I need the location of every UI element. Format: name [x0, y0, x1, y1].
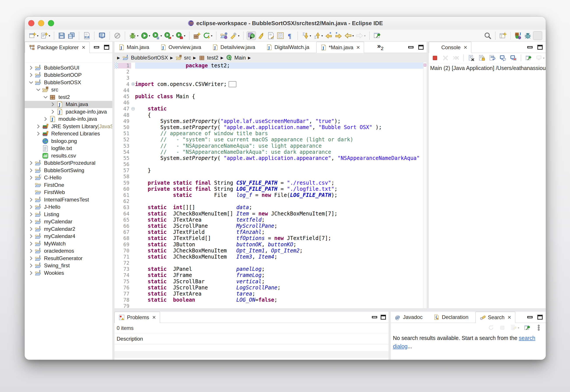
- code-line[interactable]: 3: [115, 75, 427, 81]
- tree-item[interactable]: FirstWeb: [25, 189, 112, 196]
- chevron-right-icon[interactable]: [27, 211, 35, 217]
- dropdown-arrow-icon[interactable]: ▾: [211, 34, 213, 37]
- code-line[interactable]: 67 static JTextField tfAnzahl;: [115, 229, 427, 235]
- tree-item[interactable]: J BubbleSortGUI: [25, 64, 112, 71]
- tree-item[interactable]: J myCalendar2: [25, 225, 112, 233]
- expand-chevron-icon[interactable]: [27, 182, 35, 188]
- code-line[interactable]: 71 static JCheckBoxMenuItem Item3, Item4…: [115, 254, 427, 260]
- fold-toggle-icon[interactable]: [131, 273, 135, 277]
- toolbar-button[interactable]: J ▾: [514, 31, 523, 40]
- fold-toggle-icon[interactable]: [131, 88, 135, 93]
- breadcrumb-item[interactable]: test2 ▶: [199, 55, 223, 61]
- code-line[interactable]: 72: [115, 260, 427, 266]
- tree-item[interactable]: J oracledemos: [25, 247, 112, 255]
- toolbar-button[interactable]: ▾: [193, 31, 201, 40]
- fold-toggle-icon[interactable]: [131, 144, 135, 148]
- code-line[interactable]: 69 static JButton buttonOK, buttonKO;: [115, 241, 427, 247]
- toolbar-button[interactable]: ▾: [229, 31, 240, 40]
- tree-item[interactable]: J MyWatch: [25, 240, 112, 247]
- tree-item[interactable]: J myCalendar4: [25, 233, 112, 240]
- code-line[interactable]: 60 private static final String LOG_FILE_…: [115, 186, 427, 192]
- view-action-button[interactable]: [83, 55, 90, 61]
- fold-toggle-icon[interactable]: [131, 193, 135, 197]
- code-line[interactable]: 77 static JTextArea tarea;: [115, 291, 427, 297]
- tree-item[interactable]: J InternalFramesTest: [25, 196, 112, 203]
- fold-toggle-icon[interactable]: [131, 298, 135, 302]
- toolbar-button[interactable]: ▾: [202, 31, 213, 40]
- fold-toggle-icon[interactable]: [131, 292, 135, 296]
- chevron-right-icon[interactable]: [27, 241, 35, 247]
- toolbar-button[interactable]: ▾: [276, 31, 285, 40]
- toolbar-button[interactable]: ▾: [297, 32, 298, 40]
- fold-toggle-icon[interactable]: [131, 279, 135, 284]
- toolbar-button[interactable]: ▾: [189, 32, 190, 40]
- console-action-button[interactable]: ▾: [521, 55, 521, 61]
- dropdown-arrow-icon[interactable]: ▾: [238, 34, 239, 37]
- fold-toggle-icon[interactable]: [131, 242, 135, 247]
- dropdown-arrow-icon[interactable]: ▾: [172, 34, 174, 37]
- breadcrumb-item[interactable]: J BubbleSortOSX ▶: [123, 55, 173, 61]
- toolbar-button[interactable]: * ▾: [334, 31, 343, 40]
- view-action-button[interactable]: [93, 55, 100, 61]
- editor-tab[interactable]: J DigitalWatch.ja: [262, 42, 316, 53]
- dropdown-arrow-icon[interactable]: ▾: [137, 34, 139, 37]
- chevron-right-icon[interactable]: [27, 226, 35, 232]
- fold-toggle-icon[interactable]: [131, 199, 135, 203]
- fold-toggle-icon[interactable]: [131, 205, 135, 210]
- toolbar-button[interactable]: ▾: [495, 32, 496, 40]
- code-line[interactable]: 58: [115, 173, 427, 180]
- fold-toggle-icon[interactable]: [131, 137, 135, 142]
- expand-chevron-icon[interactable]: [35, 153, 42, 159]
- code-line[interactable]: 46: [115, 99, 427, 106]
- breadcrumb-arrow-icon[interactable]: ▶: [248, 56, 251, 60]
- toolbar-button[interactable]: ▾: [128, 31, 139, 40]
- tree-item[interactable]: J Listing: [25, 211, 112, 218]
- tab-console[interactable]: Console ×: [429, 42, 471, 53]
- dropdown-arrow-icon[interactable]: ▾: [543, 56, 545, 60]
- fold-toggle-icon[interactable]: [131, 70, 135, 74]
- dropdown-arrow-icon[interactable]: ▾: [310, 34, 311, 37]
- close-tab-icon[interactable]: ×: [152, 314, 156, 321]
- fold-toggle-icon[interactable]: [131, 211, 135, 216]
- chevron-right-icon[interactable]: [27, 197, 35, 203]
- breadcrumb-arrow-icon[interactable]: ▶: [193, 56, 196, 60]
- chevron-right-icon[interactable]: [27, 72, 35, 78]
- console-action-button[interactable]: ▾: [499, 54, 507, 62]
- code-line[interactable]: 44: [115, 87, 427, 93]
- fold-toggle-icon[interactable]: [131, 249, 135, 253]
- expand-chevron-icon[interactable]: [27, 189, 35, 195]
- aux-tab[interactable]: @ Javadoc: [391, 312, 429, 323]
- tree-item[interactable]: J ResultGenerator: [25, 255, 112, 262]
- dropdown-arrow-icon[interactable]: ▾: [352, 34, 354, 37]
- toolbar-button[interactable]: ▾: [355, 31, 366, 40]
- code-line[interactable]: 78 static boolean LOG_ON=false;: [115, 297, 427, 303]
- chevron-right-icon[interactable]: [42, 116, 49, 122]
- toolbar-button[interactable]: ▾: [533, 31, 542, 40]
- toolbar-button[interactable]: ▾: [257, 31, 265, 40]
- breadcrumb-arrow-icon[interactable]: ▶: [221, 56, 223, 60]
- fold-toggle-icon[interactable]: [131, 224, 135, 228]
- code-line[interactable]: 66 static JScrollPane MyScrollPane;: [115, 223, 427, 229]
- console-action-button[interactable]: ▾: [478, 54, 486, 62]
- chevron-right-icon[interactable]: [27, 248, 35, 254]
- tree-item[interactable]: J Main.java: [25, 101, 112, 108]
- expand-chevron-icon[interactable]: [35, 138, 42, 144]
- tree-item[interactable]: J BubbleSortProzedural: [25, 159, 112, 167]
- maximize-view-button[interactable]: [104, 45, 109, 50]
- tree-item[interactable]: J myCalendar: [25, 218, 112, 225]
- fold-toggle-icon[interactable]: [131, 150, 135, 154]
- toolbar-button[interactable]: ▾: [243, 32, 244, 40]
- breadcrumb-item[interactable]: src ▶: [176, 55, 196, 61]
- aux-tab[interactable]: { Declaration: [429, 312, 475, 323]
- tree-item[interactable]: Referenced Libraries: [25, 130, 112, 138]
- code-line[interactable]: 70 static JCheckBoxMenuItem Opt_Item1, O…: [115, 248, 427, 254]
- fold-toggle-icon[interactable]: [131, 125, 135, 129]
- close-tab-icon[interactable]: ×: [464, 44, 467, 51]
- toolbar-button[interactable]: ▾: [499, 31, 507, 40]
- console-action-button[interactable]: ▾: [467, 54, 475, 62]
- code-editor[interactable]: 1 package test2; 2 3: [115, 63, 427, 308]
- toolbar-button[interactable]: ▾: [344, 31, 355, 40]
- tree-item[interactable]: test2: [25, 93, 112, 101]
- code-line[interactable]: 61 static File log_f = new File(LOG_FILE…: [115, 192, 427, 198]
- chevron-right-icon[interactable]: [27, 168, 35, 173]
